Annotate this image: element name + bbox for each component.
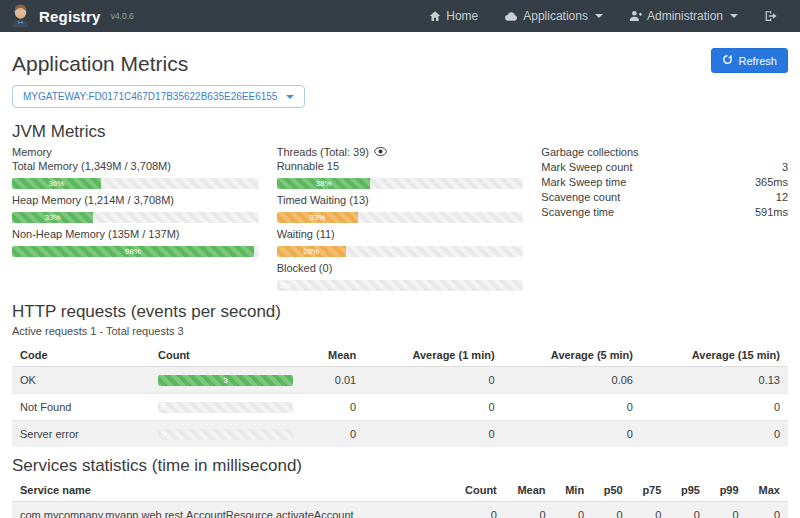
table-row: Server error00000 xyxy=(12,421,788,448)
progress-bar: 33% xyxy=(12,212,259,223)
jvm-bar-group: Waiting (11)28% xyxy=(277,228,524,257)
progress-bar: 28% xyxy=(277,246,524,257)
service-column-header: Max xyxy=(747,479,788,502)
progress-bar-fill: 28% xyxy=(277,246,346,257)
http-requests-table: CodeCountMeanAverage (1 min)Average (5 m… xyxy=(12,344,788,447)
jvm-bar-label: Heap Memory (1,214M / 3,708M) xyxy=(12,194,259,206)
progress-bar: 0 xyxy=(158,402,293,413)
app-version: v4.0.6 xyxy=(111,11,134,21)
service-column-header: p75 xyxy=(631,479,670,502)
http-value-cell: 0 xyxy=(364,421,502,448)
progress-zero-label: 0% xyxy=(280,280,292,291)
service-value-cell: 0 xyxy=(554,502,593,518)
gc-stat-value: 3 xyxy=(782,160,788,175)
http-column-header: Average (5 min) xyxy=(503,344,641,367)
jvm-bar-group: Blocked (0)0% xyxy=(277,262,524,291)
http-code-cell: Server error xyxy=(12,421,150,448)
gc-stat-label: Scavenge count xyxy=(541,190,620,205)
refresh-button-label: Refresh xyxy=(738,55,777,67)
progress-bar: 98% xyxy=(12,246,259,257)
http-code-cell: Not Found xyxy=(12,394,150,421)
http-value-cell: 0 xyxy=(302,394,364,421)
http-requests-summary: Active requests 1 - Total requests 3 xyxy=(12,325,788,337)
jvm-bar-group: Non-Heap Memory (135M / 137M)98% xyxy=(12,228,259,257)
page-title: Application Metrics xyxy=(12,52,188,76)
navbar: Registry v4.0.6 Home Applications xyxy=(0,0,800,32)
sign-out-icon xyxy=(764,10,777,22)
service-name-cell: com.mycompany.myapp.web.rest.AccountReso… xyxy=(12,502,452,518)
memory-title: Memory xyxy=(12,145,259,159)
refresh-button[interactable]: Refresh xyxy=(711,48,788,73)
nav-item-label: Applications xyxy=(523,9,588,23)
service-value-cell: 0 xyxy=(708,502,747,518)
http-value-cell: 0.06 xyxy=(503,367,641,394)
service-value-cell: 0 xyxy=(452,502,505,518)
garbage-collection-column: Garbage collections Mark Sweep count3Mar… xyxy=(541,145,788,296)
jvm-bar-group: Heap Memory (1,214M / 3,708M)33% xyxy=(12,194,259,223)
memory-column: Memory Total Memory (1,349M / 3,708M)36%… xyxy=(12,145,259,296)
progress-bar: 3 xyxy=(158,375,293,386)
app-title: Registry xyxy=(39,8,101,25)
jvm-metrics-title: JVM Metrics xyxy=(12,122,788,142)
nav-item-label: Administration xyxy=(647,9,723,23)
service-column-header: p99 xyxy=(708,479,747,502)
services-statistics-title: Services statistics (time in millisecond… xyxy=(12,456,788,476)
gc-stat-label: Mark Sweep time xyxy=(541,175,626,190)
jvm-bar-label: Non-Heap Memory (135M / 137M) xyxy=(12,228,259,240)
nav-item-applications[interactable]: Applications xyxy=(491,0,616,32)
http-value-cell: 0 xyxy=(503,394,641,421)
instance-selector-dropdown[interactable]: MYGATEWAY:FD0171C467D17B35622B635E26EE61… xyxy=(12,85,305,108)
service-value-cell: 0 xyxy=(505,502,554,518)
jvm-bar-group: Total Memory (1,349M / 3,708M)36% xyxy=(12,160,259,189)
gc-stat-row: Mark Sweep time365ms xyxy=(541,175,788,190)
jvm-bar-label: Blocked (0) xyxy=(277,262,524,274)
progress-bar-fill: 98% xyxy=(12,246,254,257)
progress-bar-fill: 3 xyxy=(158,375,293,386)
gc-title: Garbage collections xyxy=(541,145,788,159)
jvm-metrics-row: Memory Total Memory (1,349M / 3,708M)36%… xyxy=(12,145,788,296)
gc-stat-label: Scavenge time xyxy=(541,205,614,220)
sign-out-button[interactable] xyxy=(751,0,790,32)
nav-menu: Home Applications Administration xyxy=(416,0,790,32)
home-icon xyxy=(429,10,441,22)
progress-bar-fill: 38% xyxy=(277,178,371,189)
gc-stat-row: Scavenge count12 xyxy=(541,190,788,205)
progress-bar: 0 xyxy=(158,429,293,440)
progress-bar: 36% xyxy=(12,178,259,189)
threads-column: Threads (Total: 39) Runnable 1538%Timed … xyxy=(277,145,524,296)
progress-zero-label: 0 xyxy=(161,429,165,440)
http-value-cell: 0 xyxy=(641,394,788,421)
table-row: com.mycompany.myapp.web.rest.AccountReso… xyxy=(12,502,788,518)
cloud-icon xyxy=(504,11,518,22)
service-column-header: Count xyxy=(452,479,505,502)
jvm-bar-label: Waiting (11) xyxy=(277,228,524,240)
http-column-header: Mean xyxy=(302,344,364,367)
jvm-bar-label: Total Memory (1,349M / 3,708M) xyxy=(12,160,259,172)
brand[interactable]: Registry v4.0.6 xyxy=(10,2,134,30)
http-column-header: Average (1 min) xyxy=(364,344,502,367)
jvm-bar-label: Timed Waiting (13) xyxy=(277,194,524,206)
service-value-cell: 0 xyxy=(592,502,631,518)
service-column-header: p95 xyxy=(669,479,708,502)
gc-stat-value: 591ms xyxy=(755,205,788,220)
eye-icon[interactable] xyxy=(374,145,387,159)
http-value-cell: 0 xyxy=(364,367,502,394)
progress-bar-fill: 36% xyxy=(12,178,101,189)
http-value-cell: 0 xyxy=(641,421,788,448)
gc-stat-label: Mark Sweep count xyxy=(541,160,632,175)
refresh-icon xyxy=(722,54,733,67)
threads-title: Threads (Total: 39) xyxy=(277,145,524,159)
jvm-bar-group: Runnable 1538% xyxy=(277,160,524,189)
chevron-down-icon xyxy=(595,14,603,18)
http-column-header: Code xyxy=(12,344,150,367)
jvm-bar-group: Timed Waiting (13)33% xyxy=(277,194,524,223)
nav-item-administration[interactable]: Administration xyxy=(616,0,751,32)
jhipster-avatar-logo xyxy=(10,2,31,30)
nav-item-home[interactable]: Home xyxy=(416,0,491,32)
progress-bar: 38% xyxy=(277,178,524,189)
http-value-cell: 0 xyxy=(364,394,502,421)
service-value-cell: 0 xyxy=(747,502,788,518)
http-code-cell: OK xyxy=(12,367,150,394)
http-value-cell: 0 xyxy=(503,421,641,448)
service-value-cell: 0 xyxy=(631,502,670,518)
